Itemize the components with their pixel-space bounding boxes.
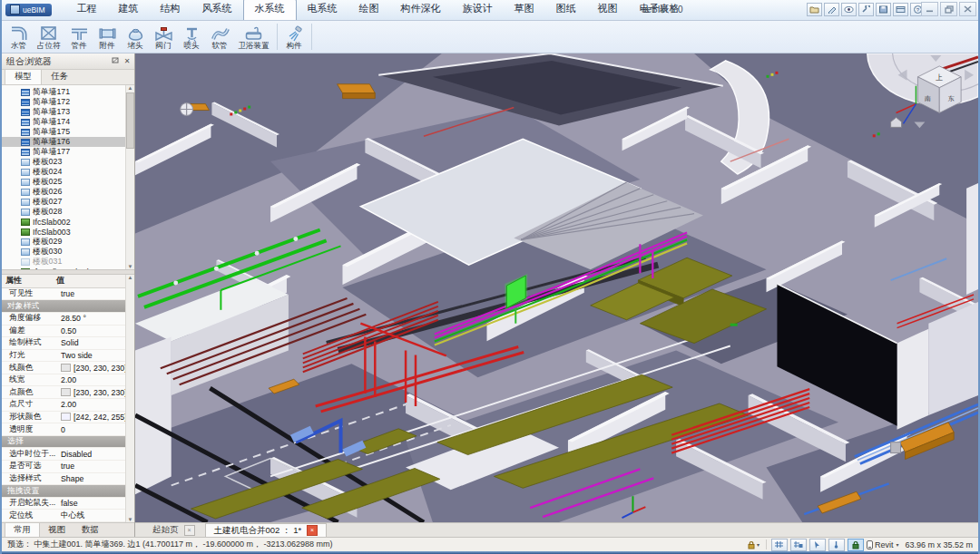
minimize-icon[interactable] (921, 2, 938, 16)
pipe-accessory-icon (98, 24, 117, 42)
tree-item[interactable]: 简单墙171 (2, 87, 125, 97)
ifc-icon (21, 219, 30, 226)
tool-bath-fixture[interactable]: 卫浴装置 (234, 21, 274, 53)
tree-item[interactable]: IfcSlab002 (2, 217, 125, 227)
viewport-3d-scene[interactable]: 上 南 东 (135, 53, 978, 522)
format-selector[interactable]: Revit▾ (867, 540, 899, 549)
tree-item[interactable]: 楼板030 (2, 247, 125, 257)
tree-item[interactable]: 简单墙175 (2, 127, 125, 137)
tool-pipe-cap[interactable]: 堵头 (122, 21, 150, 53)
tree-item[interactable]: IfcWallStandardCase010 (2, 267, 125, 269)
model-geometry (135, 53, 978, 522)
app-logo-button[interactable]: ueBIM (5, 4, 52, 16)
tab-task[interactable]: 任务 (42, 70, 77, 84)
tree-item[interactable]: IfcSlab003 (2, 227, 125, 237)
grid-snap-icon[interactable] (771, 539, 788, 551)
tool-component[interactable]: 构件 (280, 21, 309, 53)
tool-valve[interactable]: 阀门 (150, 21, 178, 53)
tab-close-icon[interactable]: × (307, 525, 318, 536)
menu-tab-caotu[interactable]: 草图 (504, 0, 545, 20)
properties-scrollbar[interactable]: ▲ ▼ (125, 275, 134, 522)
slab-icon (21, 179, 30, 186)
color-swatch[interactable] (61, 388, 71, 396)
svg-text:南: 南 (925, 95, 931, 102)
menu-tab-shuixitong[interactable]: 水系统 (243, 0, 297, 20)
save-icon[interactable] (876, 3, 891, 16)
tree-item[interactable]: 楼板024 (2, 167, 125, 177)
view-tab-start[interactable]: 起始页 × (144, 523, 203, 537)
menu-tab-fengxitong[interactable]: 风系统 (191, 0, 243, 20)
tree-item[interactable]: 楼板026 (2, 187, 125, 197)
tool-sprinkler[interactable]: 喷头 (178, 21, 206, 53)
tree-item[interactable]: 简单墙177 (2, 147, 125, 157)
tree-item[interactable]: 简单墙173 (2, 107, 125, 117)
workspace-icon[interactable] (893, 3, 908, 16)
panel-close-icon[interactable]: ✕ (122, 57, 132, 66)
pin-icon[interactable] (111, 57, 120, 66)
tree-item[interactable]: 楼板028 (2, 207, 125, 217)
tab-model[interactable]: 模型 (5, 69, 42, 84)
window-title: ueBIM 1.0 (642, 5, 683, 15)
tab-view[interactable]: 视图 (40, 523, 74, 538)
scroll-down-icon[interactable]: ▼ (128, 264, 133, 269)
property-row: 偏差0.50 (2, 326, 126, 338)
tools-icon[interactable] (858, 3, 874, 16)
slab-icon (21, 189, 30, 196)
scroll-thumb[interactable] (126, 92, 134, 149)
view-icon[interactable] (841, 3, 857, 16)
tree-item[interactable]: 简单墙174 (2, 117, 125, 127)
ortho-lock-icon[interactable] (848, 539, 864, 551)
valve-icon (154, 24, 173, 42)
menu-tab-dianxitong[interactable]: 电系统 (297, 0, 348, 20)
view-tab-model[interactable]: 土建机电合并002 ： 1* × (205, 523, 328, 537)
edit-icon[interactable] (824, 3, 839, 16)
property-row: 线颜色[230, 230, 230] (2, 362, 126, 374)
tool-water-pipe[interactable]: 水管 (5, 21, 33, 53)
menu-tab-goujianshenhua[interactable]: 构件深化 (390, 0, 452, 20)
menu-tab-zusheji[interactable]: 族设计 (452, 0, 504, 20)
tree-item[interactable]: 楼板025 (2, 177, 125, 187)
menu-tab-shitu[interactable]: 视图 (587, 0, 629, 20)
wall-icon (21, 109, 30, 116)
color-swatch[interactable] (61, 364, 71, 372)
tree-item-selected[interactable]: 简单墙176 (2, 137, 125, 147)
scroll-up-icon[interactable]: ▲ (128, 85, 133, 91)
tab-data[interactable]: 数据 (74, 523, 107, 538)
tree-scrollbar[interactable]: ▲ ▼ (125, 85, 134, 269)
statusbar: 预选： 中集土建001. 简单墙369. 边1 (41.700117 m， -1… (2, 537, 978, 551)
pick-cursor-icon[interactable] (809, 539, 826, 551)
properties-panel: 属性 值 可见性true 对象样式 角度偏移28.50 ° 偏差0.50 绘制样… (2, 275, 134, 522)
restore-icon[interactable] (940, 2, 957, 16)
selection-filter-lock-icon[interactable]: ▾ (745, 539, 761, 551)
close-icon[interactable] (959, 2, 976, 16)
browser-panel: 组合浏览器 ✕ 模型 任务 简单墙171 简单墙172 简单墙173 简单墙17… (2, 53, 135, 537)
format-doc-icon (867, 540, 873, 549)
menu-tab-gongcheng[interactable]: 工程 (66, 0, 108, 20)
tree-item[interactable]: 楼板023 (2, 157, 125, 167)
pin-snap-icon[interactable] (828, 539, 845, 551)
tree-item[interactable]: 楼板029 (2, 237, 125, 247)
property-row: 角度偏移28.50 ° (2, 313, 126, 326)
menu-tab-huitu[interactable]: 绘图 (348, 0, 390, 20)
property-row: 选中时位于...Disabled (2, 448, 126, 461)
tab-close-icon[interactable]: × (184, 525, 195, 536)
tool-flex-pipe[interactable]: 软管 (206, 21, 234, 53)
tree-item[interactable]: 简单墙172 (2, 97, 125, 107)
tree-item-disabled[interactable]: 楼板031 (2, 257, 125, 267)
column-property: 属性 (2, 275, 56, 287)
menu-tab-jianzhu[interactable]: 建筑 (108, 0, 150, 20)
tool-placeholder[interactable]: 占位符 (33, 21, 65, 53)
tool-pipe-fitting[interactable]: 管件 (65, 21, 93, 53)
wall-icon (21, 149, 30, 156)
property-row: 灯光Two side (2, 350, 126, 363)
tree-item[interactable]: 楼板027 (2, 197, 125, 207)
menu-tab-jiegou[interactable]: 结构 (150, 0, 191, 20)
grid-lock-icon[interactable] (790, 539, 807, 551)
menu-tab-tuzhi[interactable]: 图纸 (545, 0, 587, 20)
property-section: 拖拽设置 (2, 485, 126, 498)
open-folder-icon[interactable] (807, 3, 822, 16)
scroll-up-icon[interactable]: ▲ (128, 275, 133, 280)
color-swatch[interactable] (61, 413, 71, 421)
tool-pipe-accessory[interactable]: 附件 (93, 21, 122, 53)
scroll-down-icon[interactable]: ▼ (128, 517, 133, 522)
